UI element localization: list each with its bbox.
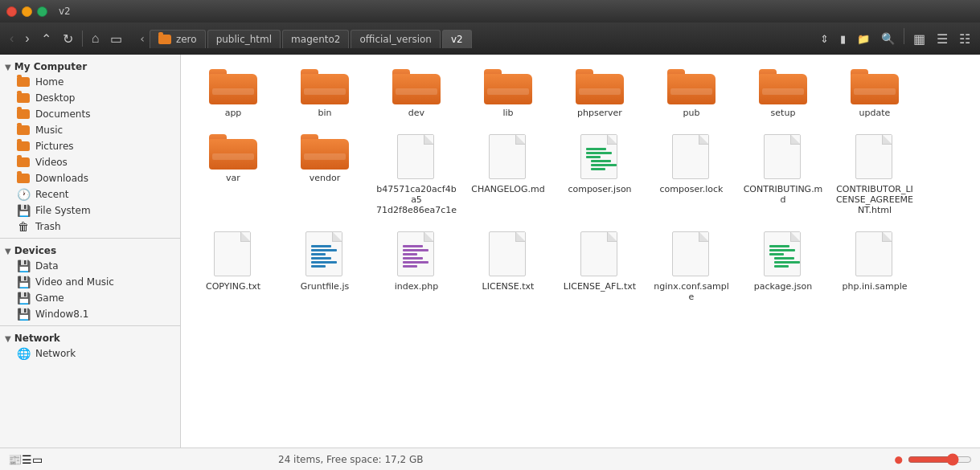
breadcrumb-tab-official_version[interactable]: official_version — [351, 30, 441, 48]
drive-icon: 💾 — [16, 276, 31, 288]
new-folder-button[interactable]: 📁 — [852, 28, 875, 50]
file-item[interactable]: b47571ca20acf4ba5 71d2f8e86ea7c1e — [372, 128, 461, 222]
sidebar-item-videos[interactable]: Videos — [0, 154, 180, 170]
sidebar-item-documents[interactable]: Documents — [0, 106, 180, 122]
search-button[interactable]: 🔍 — [876, 28, 900, 50]
statusbar-icon-button[interactable]: 📰 — [8, 453, 22, 466]
file-item[interactable]: update — [830, 63, 919, 125]
file-item[interactable]: COPYING.txt — [189, 225, 277, 309]
sidebar-item-game[interactable]: 💾Game — [0, 290, 180, 306]
file-icon-large — [489, 231, 527, 278]
sidebar-section-network[interactable]: ▼ Network — [0, 329, 180, 345]
folder-icon-large — [851, 69, 899, 104]
zoom-slider[interactable] — [908, 453, 972, 466]
file-item[interactable]: nginx.conf.sample — [647, 225, 736, 309]
file-icon-large — [489, 134, 527, 181]
file-content-area: appbindevlibphpserverpubsetupupdatevarve… — [181, 55, 980, 448]
maximize-button[interactable] — [37, 6, 47, 17]
refresh-button[interactable]: ↻ — [58, 28, 78, 50]
folder-icon-large — [301, 69, 349, 104]
file-label: update — [859, 108, 891, 118]
sidebar-item-video-and-music[interactable]: 💾Video and Music — [0, 274, 180, 290]
sidebar-item-label: Game — [35, 292, 64, 304]
statusbar-sort-button[interactable]: ☰ — [22, 453, 32, 466]
file-item[interactable]: setup — [739, 63, 827, 125]
split-view-button[interactable]: ▭ — [105, 28, 127, 50]
sidebar-item-network[interactable]: 🌐Network — [0, 345, 180, 362]
close-button[interactable] — [6, 6, 17, 17]
file-label: pub — [683, 108, 700, 118]
sidebar-item-home[interactable]: Home — [0, 74, 180, 90]
file-item[interactable]: composer.json — [556, 128, 644, 222]
sidebar-section-devices[interactable]: ▼ Devices — [0, 242, 180, 258]
sidebar-item-pictures[interactable]: Pictures — [0, 138, 180, 154]
forward-button[interactable]: › — [20, 28, 34, 49]
sidebar-my-computer-items: HomeDesktopDocumentsMusicPicturesVideosD… — [0, 74, 180, 235]
sidebar-item-recent[interactable]: 🕐Recent — [0, 186, 180, 202]
drive-icon: 💾 — [16, 292, 31, 304]
back-button[interactable]: ‹ — [5, 28, 18, 49]
file-icon-large — [580, 134, 619, 181]
file-item[interactable]: phpserver — [556, 63, 644, 125]
file-item[interactable]: php.ini.sample — [830, 225, 919, 309]
file-item[interactable]: index.php — [372, 225, 461, 309]
sidebar-item-label: Pictures — [35, 141, 74, 152]
breadcrumb-tab-magento2[interactable]: magento2 — [282, 30, 349, 48]
file-label: Gruntfile.js — [301, 281, 349, 292]
file-item[interactable]: CONTRIBUTING.md — [739, 128, 827, 222]
window-title: v2 — [59, 6, 71, 17]
breadcrumb-tab-v2[interactable]: v2 — [442, 30, 472, 48]
file-item[interactable]: dev — [372, 63, 461, 125]
devices-label: Devices — [14, 245, 56, 256]
folder-icon-large — [484, 69, 532, 104]
trash-icon: 🗑 — [16, 221, 31, 232]
toggle-path-button[interactable]: ⇕ — [815, 28, 834, 50]
file-item[interactable]: CHANGELOG.md — [464, 128, 552, 222]
file-item[interactable]: var — [189, 128, 277, 222]
file-item[interactable]: CONTRIBUTOR_LICENSE_AGREEMENT.html — [830, 128, 919, 222]
icon-view-button[interactable]: ▦ — [908, 28, 930, 50]
sidebar-item-desktop[interactable]: Desktop — [0, 90, 180, 106]
home-button[interactable]: ⌂ — [87, 28, 105, 49]
file-item[interactable]: LICENSE_AFL.txt — [556, 225, 644, 309]
breadcrumb-left-arrow[interactable]: ‹ — [137, 31, 148, 47]
file-label: composer.json — [568, 184, 631, 194]
file-item[interactable]: bin — [281, 63, 369, 125]
breadcrumb-tab-zero[interactable]: zero — [150, 30, 206, 48]
file-item[interactable]: pub — [647, 63, 736, 125]
sidebar-item-label: Video and Music — [35, 276, 114, 288]
sidebar-item-downloads[interactable]: Downloads — [0, 170, 180, 186]
breadcrumb-tab-public_html[interactable]: public_html — [207, 30, 281, 48]
file-label: setup — [771, 108, 796, 118]
file-item[interactable]: Gruntfile.js — [281, 225, 369, 309]
file-label: nginx.conf.sample — [651, 281, 732, 302]
sidebar-section-my-computer[interactable]: ▼ My Computer — [0, 58, 180, 74]
folder-icon — [158, 35, 171, 44]
file-item[interactable]: app — [189, 63, 277, 125]
statusbar-split-button[interactable]: ▭ — [32, 453, 43, 466]
file-item[interactable]: composer.lock — [647, 128, 736, 222]
bookmark-button[interactable]: ▮ — [835, 28, 851, 50]
file-item[interactable]: lib — [464, 63, 552, 125]
list-view-button[interactable]: ☰ — [932, 28, 953, 50]
file-item[interactable]: package.json — [739, 225, 827, 309]
sidebar-item-trash[interactable]: 🗑Trash — [0, 219, 180, 235]
minimize-button[interactable] — [22, 6, 32, 17]
sidebar-item-data[interactable]: 💾Data — [0, 258, 180, 274]
main-area: ▼ My Computer HomeDesktopDocumentsMusicP… — [0, 55, 980, 448]
up-button[interactable]: ⌃ — [36, 28, 56, 50]
sidebar-divider-2 — [0, 325, 180, 326]
file-item[interactable]: vendor — [281, 128, 369, 222]
file-item[interactable]: LICENSE.txt — [464, 225, 552, 309]
sidebar-item-label: Recent — [35, 189, 68, 200]
compact-view-button[interactable]: ☷ — [954, 28, 975, 50]
sidebar-item-music[interactable]: Music — [0, 122, 180, 138]
folder-icon-large — [759, 69, 807, 104]
sidebar-item-window8.1[interactable]: 💾Window8.1 — [0, 306, 180, 322]
file-label: bin — [318, 108, 331, 118]
folder-icon-large — [576, 69, 624, 104]
sidebar-item-file-system[interactable]: 💾File System — [0, 202, 180, 219]
my-computer-arrow: ▼ — [5, 63, 11, 72]
file-label: b47571ca20acf4ba5 71d2f8e86ea7c1e — [376, 184, 457, 215]
drive-icon: 💾 — [16, 205, 31, 216]
